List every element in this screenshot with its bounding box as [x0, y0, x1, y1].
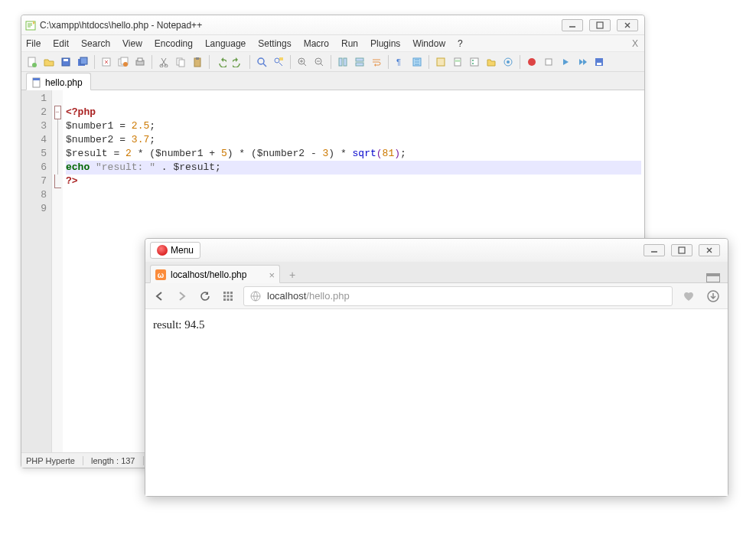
folder-workspace-icon[interactable] — [484, 54, 499, 70]
opera-menu-button[interactable]: Menu — [150, 242, 200, 259]
svg-text:¶: ¶ — [396, 57, 401, 67]
tab-hello-php[interactable]: hello.php — [26, 73, 91, 90]
new-tab-button[interactable]: + — [285, 267, 300, 282]
menu-file[interactable]: File — [26, 38, 41, 49]
play-multi-icon[interactable] — [575, 54, 590, 70]
editor-tabs: hello.php — [21, 72, 644, 90]
minimize-button[interactable] — [644, 244, 665, 256]
svg-rect-18 — [179, 60, 184, 67]
print-icon[interactable] — [132, 54, 148, 70]
url-input[interactable]: localhost/hello.php — [243, 286, 673, 306]
doc-map-icon[interactable] — [450, 54, 465, 70]
open-file-icon[interactable] — [41, 54, 57, 70]
window-title: C:\xampp\htdocs\hello.php - Notepad++ — [40, 20, 562, 31]
svg-point-4 — [32, 63, 37, 67]
tab-close-icon[interactable]: × — [269, 269, 275, 281]
menu-window[interactable]: Window — [412, 38, 445, 49]
line-number-gutter: 1 2 3 4 5 6 7 8 9 — [21, 90, 52, 452]
toolbar-separator — [520, 55, 520, 69]
save-icon[interactable] — [58, 54, 73, 70]
show-all-chars-icon[interactable]: ¶ — [393, 54, 408, 70]
save-macro-icon[interactable] — [591, 54, 607, 70]
window-controls — [562, 19, 638, 31]
reload-button[interactable] — [197, 289, 213, 304]
redo-icon[interactable] — [230, 54, 246, 70]
close-file-icon[interactable] — [99, 54, 114, 70]
toolbar-separator — [388, 55, 389, 69]
cut-icon[interactable] — [156, 54, 171, 70]
line-number: 3 — [21, 119, 47, 133]
wordwrap-icon[interactable] — [369, 54, 384, 70]
line-number: 4 — [21, 133, 47, 147]
svg-rect-38 — [471, 58, 478, 66]
svg-rect-55 — [227, 295, 230, 297]
new-file-icon[interactable] — [24, 54, 40, 70]
monitoring-icon[interactable] — [500, 54, 516, 70]
downloads-icon[interactable] — [705, 288, 722, 305]
bookmark-heart-icon[interactable] — [680, 288, 697, 305]
menu-help[interactable]: ? — [458, 38, 463, 49]
stop-macro-icon[interactable] — [541, 54, 556, 70]
svg-rect-51 — [223, 292, 226, 294]
status-language: PHP Hyperte — [26, 456, 83, 465]
menu-settings[interactable]: Settings — [258, 38, 291, 49]
toolbar: ¶ — [21, 52, 644, 72]
copy-icon[interactable] — [173, 54, 188, 70]
panel-toggle-icon[interactable] — [706, 273, 720, 282]
address-bar: localhost/hello.php — [145, 283, 728, 309]
globe-icon — [250, 291, 261, 302]
code-line: $number2 = 3.7; — [66, 133, 641, 147]
toolbar-separator — [209, 55, 210, 69]
browser-tab[interactable]: ω localhost/hello.php × — [150, 265, 280, 283]
maximize-button[interactable] — [671, 244, 692, 256]
menu-edit[interactable]: Edit — [53, 38, 69, 49]
paste-icon[interactable] — [190, 54, 205, 70]
find-icon[interactable] — [254, 54, 269, 70]
menu-run[interactable]: Run — [341, 38, 358, 49]
play-macro-icon[interactable] — [558, 54, 573, 70]
svg-rect-35 — [437, 58, 445, 66]
toolbar-separator — [249, 55, 250, 69]
code-line: $result = 2 * ($number1 + 5) * ($number2… — [66, 147, 641, 161]
svg-point-40 — [472, 63, 474, 64]
replace-icon[interactable] — [271, 54, 286, 70]
svg-rect-44 — [546, 59, 552, 65]
sync-vscroll-icon[interactable] — [335, 54, 350, 70]
fold-toggle-icon[interactable]: − — [54, 106, 61, 119]
func-list-icon[interactable] — [467, 54, 482, 70]
speed-dial-icon[interactable] — [220, 289, 236, 304]
svg-point-12 — [123, 62, 128, 67]
svg-rect-30 — [344, 58, 347, 66]
undo-icon[interactable] — [213, 54, 229, 70]
browser-titlebar[interactable]: Menu — [145, 239, 728, 262]
save-all-icon[interactable] — [75, 54, 90, 70]
menu-view[interactable]: View — [122, 38, 142, 49]
notepadpp-titlebar[interactable]: C:\xampp\htdocs\hello.php - Notepad++ — [21, 15, 644, 35]
menu-search[interactable]: Search — [81, 38, 110, 49]
menu-plugins[interactable]: Plugins — [370, 38, 400, 49]
back-button[interactable] — [152, 289, 167, 304]
close-button[interactable] — [617, 19, 638, 31]
menu-encoding[interactable]: Encoding — [155, 38, 193, 49]
toolbar-separator — [429, 55, 429, 69]
record-macro-icon[interactable] — [524, 54, 539, 70]
zoom-out-icon[interactable] — [311, 54, 327, 70]
indent-guide-icon[interactable] — [409, 54, 425, 70]
sync-hscroll-icon[interactable] — [352, 54, 367, 70]
user-lang-icon[interactable] — [433, 54, 448, 70]
menu-macro[interactable]: Macro — [304, 38, 329, 49]
status-length: length : 137 — [91, 456, 144, 465]
menu-close-doc[interactable]: X — [632, 38, 638, 49]
xampp-favicon-icon: ω — [155, 269, 166, 280]
browser-page-content: result: 94.5 — [145, 309, 728, 496]
close-all-icon[interactable] — [116, 54, 131, 70]
svg-rect-8 — [80, 57, 87, 64]
fold-column: − — [52, 90, 63, 452]
browser-window: Menu ω localhost/hello.php × + localhost… — [145, 238, 728, 497]
forward-button[interactable] — [174, 289, 190, 304]
zoom-in-icon[interactable] — [295, 54, 310, 70]
menu-language[interactable]: Language — [205, 38, 246, 49]
maximize-button[interactable] — [589, 19, 611, 31]
minimize-button[interactable] — [562, 19, 583, 31]
close-button[interactable] — [699, 244, 720, 256]
